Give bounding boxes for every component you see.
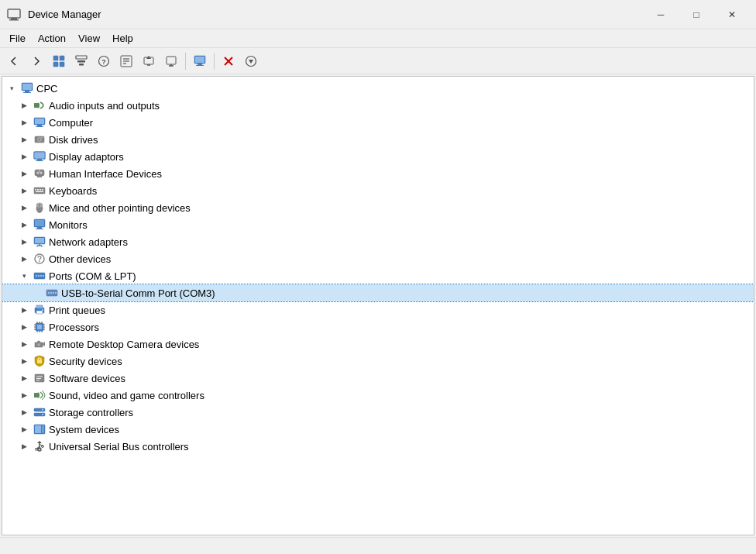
expand-print-icon[interactable]: ▶ [18, 304, 30, 316]
tree-item-hid[interactable]: ▶ Human Interface Devices [2, 165, 754, 182]
tree-item-sound[interactable]: ▶ Sound, video and game controllers [2, 387, 754, 404]
tree-item-computer[interactable]: ▶ Computer [2, 114, 754, 131]
svg-rect-44 [35, 153, 44, 158]
svg-rect-37 [37, 125, 42, 126]
expand-other-icon[interactable]: ▶ [18, 253, 30, 265]
update-driver-button[interactable] [138, 50, 160, 72]
uninstall-button[interactable] [218, 50, 239, 72]
tree-item-print[interactable]: ▶ Print queues [2, 301, 754, 318]
tree-item-system[interactable]: ▶ System devices [2, 421, 754, 438]
svg-rect-88 [37, 325, 42, 329]
camera-icon [33, 337, 46, 351]
tree-root-label: CPC [36, 83, 57, 95]
tree-item-disk[interactable]: ▶ Disk drives [2, 131, 754, 148]
help-properties-button[interactable]: ? [93, 50, 115, 72]
expand-storage-icon[interactable]: ▶ [18, 406, 30, 418]
expand-processors-icon[interactable]: ▶ [18, 321, 30, 333]
svg-rect-55 [40, 189, 41, 191]
forward-button[interactable] [26, 50, 47, 72]
svg-text:?: ? [37, 255, 42, 263]
svg-point-76 [40, 275, 42, 277]
expand-display-icon[interactable]: ▶ [18, 150, 30, 163]
svg-rect-62 [35, 220, 44, 226]
scan-button[interactable] [160, 50, 182, 72]
expand-usb-icon[interactable]: ▶ [18, 440, 30, 452]
svg-point-101 [37, 343, 40, 346]
svg-point-112 [42, 409, 43, 411]
expand-sound-icon[interactable]: ▶ [18, 389, 30, 401]
svg-point-82 [55, 292, 57, 294]
show-device-manager-button[interactable] [48, 50, 70, 72]
minimize-button[interactable]: ─ [643, 2, 679, 27]
tree-item-usb-serial[interactable]: USB-to-Serial Comm Port (COM3) [2, 284, 754, 301]
usb-serial-label: USB-to-Serial Comm Port (COM3) [61, 287, 215, 299]
svg-rect-45 [37, 159, 42, 160]
tree-item-remote-camera[interactable]: ▶ Remote Desktop Camera devices [2, 335, 754, 353]
maximize-button[interactable]: □ [679, 2, 714, 27]
expand-keyboards-icon[interactable]: ▶ [18, 184, 30, 197]
window-title: Device Manager [28, 9, 643, 20]
tree-item-keyboards[interactable]: ▶ Keyboards [2, 182, 754, 199]
tree-item-usb[interactable]: ▶ Universal Serial Bus controllers [2, 438, 754, 455]
tree-item-security[interactable]: ▶ Security devices [2, 353, 754, 370]
tree-item-monitors[interactable]: ▶ Monitors [2, 216, 754, 233]
svg-rect-33 [23, 92, 31, 93]
svg-rect-32 [25, 91, 29, 92]
tree-item-software[interactable]: ▶ Software devices [2, 370, 754, 387]
other-label: Other devices [49, 253, 111, 265]
print-icon [33, 303, 46, 317]
expand-computer-icon[interactable]: ▶ [18, 116, 30, 129]
svg-rect-51 [37, 176, 42, 177]
display-label: Display adaptors [49, 151, 124, 163]
computer-button[interactable] [189, 50, 211, 72]
tree-item-display[interactable]: ▶ Display adaptors [2, 148, 754, 165]
close-button[interactable]: ✕ [714, 2, 750, 27]
expand-system-icon[interactable]: ▶ [18, 423, 30, 435]
expand-remote-camera-icon[interactable]: ▶ [18, 338, 30, 350]
expand-usb-serial-icon [30, 287, 43, 299]
svg-rect-64 [36, 229, 43, 229]
tree-item-storage[interactable]: ▶ Storage controllers [2, 404, 754, 421]
expand-audio-icon[interactable]: ▶ [18, 99, 30, 112]
svg-marker-118 [37, 441, 42, 443]
storage-label: Storage controllers [49, 407, 133, 418]
tree-item-network[interactable]: ▶ Network adapters [2, 233, 754, 250]
install-driver-button[interactable] [240, 50, 262, 72]
expand-network-icon[interactable]: ▶ [18, 236, 30, 248]
properties-button[interactable] [115, 50, 137, 72]
tree-item-mice[interactable]: ▶ Mice and other pointing devices [2, 199, 754, 216]
menu-view[interactable]: View [72, 30, 106, 47]
expand-software-icon[interactable]: ▶ [18, 372, 30, 384]
tree-item-processors[interactable]: ▶ Proces [2, 318, 754, 335]
print-label: Print queues [49, 305, 105, 316]
expand-security-icon[interactable]: ▶ [18, 355, 30, 367]
svg-rect-85 [36, 311, 43, 314]
back-button[interactable] [3, 50, 25, 72]
tree-item-ports[interactable]: ▾ Ports (COM & LPT) [2, 267, 754, 284]
tree-item-audio[interactable]: ▶ Audio inputs and outputs [2, 97, 754, 114]
expand-ports-icon[interactable]: ▾ [18, 270, 30, 282]
svg-rect-31 [22, 84, 32, 90]
svg-rect-19 [167, 57, 176, 64]
svg-rect-24 [198, 64, 202, 65]
ports-label: Ports (COM & LPT) [49, 270, 136, 282]
svg-rect-63 [37, 227, 42, 229]
expand-hid-icon[interactable]: ▶ [18, 167, 30, 180]
tree-item-other[interactable]: ▶ ? Other devices [2, 250, 754, 267]
collapse-button[interactable] [70, 50, 92, 72]
device-tree[interactable]: ▾ CPC ▶ Audio inputs and [2, 77, 754, 535]
svg-rect-4 [60, 56, 64, 60]
expand-monitors-icon[interactable]: ▶ [18, 219, 30, 231]
tree-root-cpc[interactable]: ▾ CPC [2, 80, 754, 97]
menu-file[interactable]: File [3, 30, 32, 47]
expand-mice-icon[interactable]: ▶ [18, 201, 30, 214]
svg-rect-116 [42, 425, 44, 433]
expand-cpc-icon[interactable]: ▾ [5, 82, 18, 95]
menu-help[interactable]: Help [106, 30, 139, 47]
menu-action[interactable]: Action [32, 30, 72, 47]
svg-rect-0 [8, 9, 20, 18]
usb-serial-icon [45, 286, 59, 300]
disk-icon [33, 132, 46, 146]
expand-disk-icon[interactable]: ▶ [18, 133, 30, 146]
svg-rect-115 [35, 425, 41, 433]
